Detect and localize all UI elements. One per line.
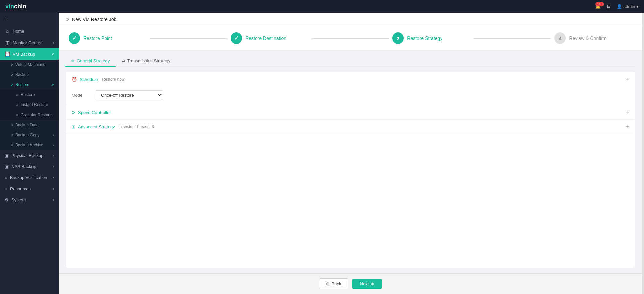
sidebar-item-restore-sub[interactable]: Restore (0, 90, 59, 100)
mode-label: Mode (72, 93, 92, 98)
sidebar-item-restore[interactable]: Restore ∨ (0, 80, 59, 90)
admin-label: 👤 admin ▾ (617, 4, 639, 9)
resources-icon: ○ (5, 186, 7, 191)
advanced-strategy-title: ⊞ Advanced Strategy Transfer Threads: 3 (72, 124, 154, 129)
sidebar-item-backup-archive[interactable]: Backup Archive › (0, 140, 59, 150)
tab-transmission-label: Transmission Strategy (127, 58, 170, 63)
sidebar-label-monitor: Monitor Center (13, 40, 42, 45)
sidebar-item-backup-verification[interactable]: ○ Backup Verification › (0, 172, 59, 183)
stepper: ✓ Restore Point ✓ Restore Destination 3 … (59, 26, 642, 50)
schedule-header[interactable]: ⏰ Schedule Restore now + (66, 72, 635, 86)
speed-controller-title: ⟳ Speed Controller (72, 110, 111, 115)
tab-general-strategy[interactable]: ✏ General Strategy (65, 56, 116, 67)
sidebar-label-home: Home (13, 29, 24, 34)
nas-backup-icon: ▣ (5, 164, 9, 169)
sidebar-item-backup[interactable]: Backup (0, 70, 59, 80)
expand-schedule-icon[interactable]: + (625, 76, 629, 82)
label-backup-data: Backup Data (15, 123, 39, 127)
dot-icon (16, 94, 18, 96)
label-restore-sub: Restore (21, 92, 35, 97)
advanced-strategy-header[interactable]: ⊞ Advanced Strategy Transfer Threads: 3 … (66, 120, 635, 134)
chevron-right-icon: › (53, 165, 54, 168)
step-label-3: Restore Strategy (407, 35, 442, 41)
step-2: ✓ Restore Destination (231, 32, 308, 44)
dot-icon (11, 64, 13, 66)
sidebar-label-vm-backup: VM Backup (13, 52, 35, 57)
sidebar-item-backup-copy[interactable]: Backup Copy › (0, 130, 59, 140)
hamburger-button[interactable]: ≡ (0, 13, 59, 25)
back-label: Back (332, 281, 341, 286)
restore-header-icon: ↺ (65, 17, 69, 22)
step-label-4: Review & Confirm (569, 35, 606, 41)
step-divider-2 (312, 38, 389, 39)
monitor-icon[interactable]: 🖥 (606, 4, 611, 9)
chevron-right-icon: › (53, 187, 54, 191)
chevron-right-icon: › (53, 41, 54, 45)
next-button[interactable]: Next ⊕ (352, 279, 382, 289)
sidebar-item-granular-restore[interactable]: Granular Restore (0, 110, 59, 120)
step-3: 3 Restore Strategy (392, 32, 470, 44)
chevron-down-icon: ∨ (52, 83, 54, 87)
topbar: vinchin 🔔 110 🖥 👤 admin ▾ (0, 0, 644, 13)
advanced-subtitle: Transfer Threads: 3 (119, 124, 154, 129)
sidebar-item-virtual-machines[interactable]: Virtual Machines (0, 60, 59, 70)
mode-select[interactable]: Once-off Restore Scheduled Restore (96, 90, 163, 100)
sidebar-item-resources[interactable]: ○ Resources › (0, 183, 59, 194)
chevron-right-icon: › (53, 143, 54, 147)
dot-icon (11, 144, 13, 146)
main-content: ↺ New VM Restore Job ✓ Restore Point ✓ R… (59, 13, 642, 294)
dot-icon (11, 134, 13, 136)
label-physical-backup: Physical Backup (11, 153, 43, 158)
schedule-title: ⏰ Schedule Restore now (72, 77, 125, 82)
sidebar-item-backup-data[interactable]: Backup Data (0, 120, 59, 130)
speed-icon: ⟳ (72, 110, 75, 115)
logo-prefix: vin (5, 3, 14, 10)
speed-controller-section: ⟳ Speed Controller + (66, 105, 635, 120)
vm-backup-icon: 💾 (5, 51, 10, 57)
step-num-3: 3 (397, 35, 399, 41)
label-resources: Resources (10, 186, 31, 191)
step-divider-3 (473, 38, 551, 39)
sidebar-item-home[interactable]: ⌂ Home (0, 25, 59, 37)
sidebar-item-monitor-center[interactable]: ◫ Monitor Center › (0, 37, 59, 48)
tab-general-label: General Strategy (77, 58, 110, 63)
bottom-bar: ⊕ Back Next ⊕ (59, 273, 642, 294)
chevron-right-icon: › (53, 198, 54, 202)
advanced-strategy-section: ⊞ Advanced Strategy Transfer Threads: 3 … (66, 120, 635, 134)
next-label: Next (360, 281, 369, 286)
restore-submenu: Restore Instant Restore Granular Restore (0, 90, 59, 120)
transmission-icon: ⇌ (122, 59, 125, 63)
vm-backup-submenu: Virtual Machines Backup Restore ∨ Restor… (0, 60, 59, 150)
label-backup-archive: Backup Archive (15, 143, 43, 147)
step-check-1: ✓ (72, 35, 77, 41)
chevron-right-icon: › (53, 133, 54, 137)
sidebar-item-instant-restore[interactable]: Instant Restore (0, 100, 59, 110)
label-backup-verification: Backup Verification (10, 175, 47, 180)
chevron-right-icon: › (53, 176, 54, 179)
step-circle-3: 3 (392, 32, 404, 44)
label-backup: Backup (15, 72, 29, 77)
logo-suffix: chin (14, 3, 26, 10)
edit-icon: ✏ (71, 59, 75, 63)
label-virtual-machines: Virtual Machines (15, 62, 45, 67)
dot-icon (11, 74, 13, 76)
back-button[interactable]: ⊕ Back (319, 278, 348, 289)
backup-verification-icon: ○ (5, 175, 7, 180)
tab-transmission-strategy[interactable]: ⇌ Transmission Strategy (116, 56, 176, 67)
sidebar-item-nas-backup[interactable]: ▣ NAS Backup › (0, 161, 59, 172)
expand-advanced-icon[interactable]: + (625, 124, 629, 130)
resize-handle (642, 13, 644, 294)
sidebar-item-physical-backup[interactable]: ▣ Physical Backup › (0, 150, 59, 161)
next-circle-icon: ⊕ (371, 281, 374, 286)
expand-speed-icon[interactable]: + (625, 109, 629, 115)
label-instant-restore: Instant Restore (21, 102, 48, 107)
speed-controller-header[interactable]: ⟳ Speed Controller + (66, 105, 635, 119)
sidebar-item-vm-backup[interactable]: 💾 VM Backup ∨ (0, 48, 59, 60)
page-header: ↺ New VM Restore Job (59, 13, 642, 26)
sidebar-item-system[interactable]: ⚙ System › (0, 194, 59, 205)
step-4: 4 Review & Confirm (554, 32, 632, 44)
step-divider-1 (150, 38, 228, 39)
step-circle-1: ✓ (69, 32, 80, 44)
schedule-icon: ⏰ (72, 77, 77, 82)
notification-bell[interactable]: 🔔 110 (595, 4, 601, 9)
